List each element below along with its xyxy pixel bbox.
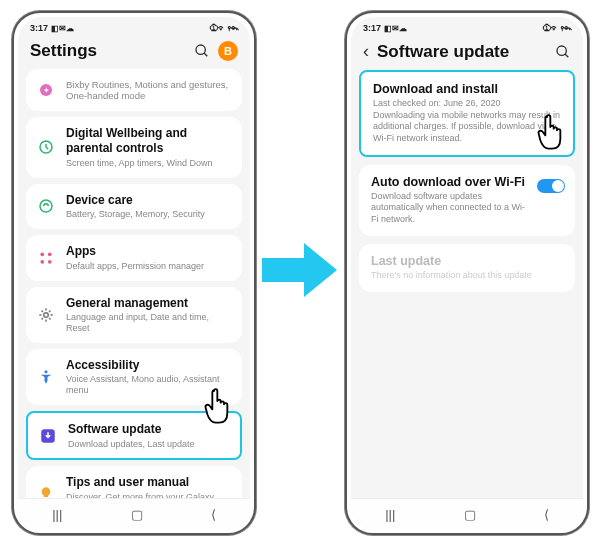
settings-header: Settings B (18, 37, 250, 69)
page-title: Settings (30, 41, 186, 61)
settings-item-title: General management (66, 296, 232, 312)
status-left-icons: ◧ ✉ ☁ (384, 24, 406, 33)
back-button[interactable]: ⟨ (544, 507, 549, 522)
svg-line-18 (565, 54, 568, 57)
status-bar: 3:17 ◧ ✉ ☁ ⓘ ᯤ ⚲ ◒ ⌁ (18, 17, 250, 37)
update-header: ‹ Software update (351, 37, 583, 70)
svg-point-10 (44, 312, 49, 317)
svg-point-7 (48, 252, 52, 256)
settings-item-title: Tips and user manual (66, 475, 232, 491)
update-icon (38, 426, 58, 446)
svg-point-17 (557, 46, 566, 55)
home-button[interactable]: ▢ (464, 507, 476, 522)
update-item[interactable]: Auto download over Wi-FiDownload softwar… (359, 165, 575, 236)
flow-arrow-icon (262, 240, 337, 300)
status-right-icons: ⓘ ᯤ ⚲ ◒ ⌁ (210, 24, 238, 33)
update-item[interactable]: Download and installLast checked on: Jun… (359, 70, 575, 157)
settings-item-sub: Battery, Storage, Memory, Security (66, 209, 232, 220)
settings-item-sub: Download updates, Last update (68, 439, 230, 450)
home-button[interactable]: ▢ (131, 507, 143, 522)
update-item-sub: There's no information about this update (371, 270, 563, 282)
settings-list: ✦Bixby Routines, Motions and gestures, O… (18, 69, 250, 529)
status-left-icons: ◧ ✉ ☁ (51, 24, 73, 33)
page-title: Software update (377, 42, 547, 62)
bixby-icon: ✦ (36, 80, 56, 100)
settings-item-device[interactable]: Device careBattery, Storage, Memory, Sec… (26, 184, 242, 229)
nav-bar: ||| ▢ ⟨ (18, 498, 250, 529)
settings-item-update[interactable]: Software updateDownload updates, Last up… (26, 411, 242, 460)
screen-software-update: 3:17 ◧ ✉ ☁ ⓘ ᯤ ⚲ ◒ ⌁ ‹ Software update D… (351, 17, 583, 529)
svg-point-6 (40, 252, 44, 256)
settings-item-sub: Bixby Routines, Motions and gestures, On… (66, 79, 232, 102)
settings-item-sub: Screen time, App timers, Wind Down (66, 158, 232, 169)
wifi-toggle[interactable] (537, 179, 565, 193)
apps-icon (36, 248, 56, 268)
settings-item-title: Device care (66, 193, 232, 209)
device-icon (36, 196, 56, 216)
settings-item-title: Accessibility (66, 358, 232, 374)
settings-item-title: Digital Wellbeing and parental controls (66, 126, 232, 157)
phone-frame-settings: 3:17 ◧ ✉ ☁ ⓘ ᯤ ⚲ ◒ ⌁ Settings B ✦Bixby R… (12, 11, 256, 535)
general-icon (36, 305, 56, 325)
settings-item-apps[interactable]: AppsDefault apps, Permission manager (26, 235, 242, 280)
recents-button[interactable]: ||| (385, 507, 395, 522)
back-button[interactable]: ⟨ (211, 507, 216, 522)
svg-point-5 (40, 200, 52, 212)
svg-point-0 (196, 45, 205, 54)
screen-settings: 3:17 ◧ ✉ ☁ ⓘ ᯤ ⚲ ◒ ⌁ Settings B ✦Bixby R… (18, 17, 250, 529)
svg-point-11 (45, 370, 48, 373)
update-list: Download and installLast checked on: Jun… (351, 70, 583, 292)
recents-button[interactable]: ||| (52, 507, 62, 522)
update-item-title: Auto download over Wi-Fi (371, 175, 563, 189)
settings-item-sub: Language and input, Date and time, Reset (66, 312, 232, 334)
svg-line-1 (204, 53, 207, 56)
settings-item-title: Apps (66, 244, 232, 260)
update-item-title: Last update (371, 254, 563, 268)
nav-bar: ||| ▢ ⟨ (351, 498, 583, 529)
settings-item-sub: Voice Assistant, Mono audio, Assistant m… (66, 374, 232, 396)
profile-avatar[interactable]: B (218, 41, 238, 61)
settings-item-bixby[interactable]: ✦Bixby Routines, Motions and gestures, O… (26, 69, 242, 111)
phone-frame-software-update: 3:17 ◧ ✉ ☁ ⓘ ᯤ ⚲ ◒ ⌁ ‹ Software update D… (345, 11, 589, 535)
wellbeing-icon (36, 137, 56, 157)
update-item-title: Download and install (373, 82, 561, 96)
update-item-sub: Last checked on: June 26, 2020Downloadin… (373, 98, 561, 145)
settings-item-wellbeing[interactable]: Digital Wellbeing and parental controlsS… (26, 117, 242, 178)
settings-item-access[interactable]: AccessibilityVoice Assistant, Mono audio… (26, 349, 242, 405)
settings-item-general[interactable]: General managementLanguage and input, Da… (26, 287, 242, 343)
settings-item-sub: Default apps, Permission manager (66, 261, 232, 272)
svg-point-8 (40, 260, 44, 264)
status-time: 3:17 (363, 23, 381, 33)
svg-point-9 (48, 260, 52, 264)
search-icon[interactable] (555, 44, 571, 60)
search-icon[interactable] (194, 43, 210, 59)
svg-text:✦: ✦ (43, 86, 50, 95)
status-bar: 3:17 ◧ ✉ ☁ ⓘ ᯤ ⚲ ◒ ⌁ (351, 17, 583, 37)
settings-item-title: Software update (68, 422, 230, 438)
status-right-icons: ⓘ ᯤ ⚲ ◒ ⌁ (543, 24, 571, 33)
status-time: 3:17 (30, 23, 48, 33)
update-item-sub: Download software updates automatically … (371, 191, 563, 226)
update-item: Last updateThere's no information about … (359, 244, 575, 292)
access-icon (36, 367, 56, 387)
back-icon[interactable]: ‹ (363, 41, 369, 62)
